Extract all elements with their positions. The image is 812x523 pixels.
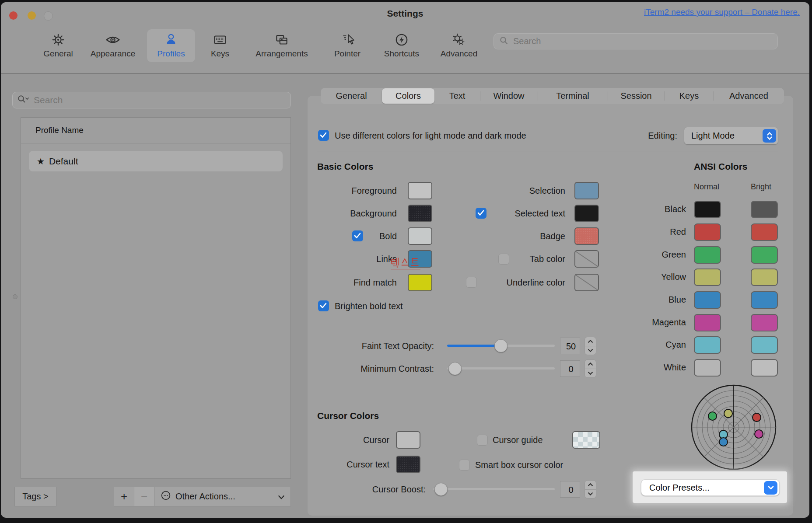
toolbar-item-advanced[interactable]: Advanced bbox=[433, 29, 485, 62]
min-contrast-input[interactable] bbox=[560, 361, 581, 377]
tab-text[interactable]: Text bbox=[434, 88, 480, 104]
faint-opacity-thumb[interactable] bbox=[494, 339, 508, 352]
profile-name: Default bbox=[49, 156, 78, 167]
bold-label: Bold bbox=[307, 231, 397, 242]
faint-opacity-value[interactable] bbox=[560, 338, 580, 354]
ansi-black-normal-swatch[interactable] bbox=[694, 201, 721, 218]
ansi-green-normal-swatch[interactable] bbox=[694, 246, 721, 264]
editing-mode-dropdown[interactable]: Light Mode bbox=[684, 127, 778, 144]
search-filter-icon bbox=[17, 94, 30, 106]
toolbar-item-general[interactable]: General bbox=[38, 29, 79, 62]
min-contrast-slider[interactable] bbox=[447, 367, 555, 370]
min-contrast-value[interactable] bbox=[560, 360, 580, 377]
find-match-swatch[interactable] bbox=[408, 274, 432, 291]
cursor-boost-stepper[interactable] bbox=[584, 480, 596, 499]
stepper-up-icon[interactable] bbox=[585, 337, 596, 346]
min-contrast-thumb[interactable] bbox=[448, 362, 462, 375]
ansi-cyan-bright-swatch[interactable] bbox=[751, 336, 778, 354]
badge-swatch[interactable] bbox=[574, 227, 599, 245]
cursor-guide-checkbox[interactable] bbox=[477, 435, 488, 446]
tab-keys[interactable]: Keys bbox=[665, 88, 714, 104]
ansi-white-normal-swatch[interactable] bbox=[694, 359, 721, 377]
selected-text-swatch[interactable] bbox=[574, 205, 599, 222]
stepper-up-icon[interactable] bbox=[585, 360, 596, 369]
selection-swatch[interactable] bbox=[574, 182, 599, 199]
ansi-red-normal-swatch[interactable] bbox=[694, 223, 721, 241]
ansi-blue-bright-swatch[interactable] bbox=[751, 291, 778, 309]
color-presets-dropdown[interactable]: Color Presets... bbox=[641, 479, 780, 496]
cursor-boost-thumb[interactable] bbox=[434, 483, 448, 496]
background-swatch[interactable] bbox=[408, 205, 432, 222]
ansi-cyan-normal-swatch[interactable] bbox=[694, 336, 721, 354]
tab-terminal[interactable]: Terminal bbox=[538, 88, 608, 104]
brighten-bold-checkbox[interactable] bbox=[318, 300, 329, 311]
toolbar-item-keys[interactable]: Keys bbox=[201, 29, 239, 62]
smart-box-checkbox[interactable] bbox=[459, 460, 470, 471]
toolbar-search-input[interactable] bbox=[512, 36, 772, 47]
cursor-text-swatch[interactable] bbox=[396, 456, 420, 473]
toolbar-item-appearance[interactable]: Appearance bbox=[85, 29, 141, 62]
foreground-swatch[interactable] bbox=[408, 182, 432, 199]
find-match-label: Find match bbox=[307, 277, 397, 288]
min-contrast-label: Minimum Contrast: bbox=[307, 363, 434, 374]
profile-search[interactable] bbox=[12, 92, 291, 108]
donate-link[interactable]: iTerm2 needs your support – Donate here. bbox=[644, 7, 800, 17]
editing-label: Editing: bbox=[634, 130, 677, 141]
profile-tabbar: General Colors Text Window Terminal Sess… bbox=[321, 88, 784, 104]
tab-session[interactable]: Session bbox=[608, 88, 665, 104]
tab-window[interactable]: Window bbox=[480, 88, 538, 104]
tab-advanced[interactable]: Advanced bbox=[714, 88, 784, 104]
toolbar-label: Appearance bbox=[91, 49, 135, 59]
profile-row-default[interactable]: ★ Default bbox=[29, 151, 283, 171]
tab-color-swatch[interactable] bbox=[574, 250, 599, 268]
toolbar-item-pointer[interactable]: Pointer bbox=[325, 29, 370, 62]
tags-button[interactable]: Tags > bbox=[14, 487, 56, 506]
cursor-boost-value[interactable] bbox=[560, 481, 580, 498]
cursor-label: Cursor bbox=[307, 435, 389, 446]
toolbar-item-arrangements[interactable]: Arrangements bbox=[245, 29, 318, 62]
stepper-up-icon[interactable] bbox=[585, 481, 596, 490]
minus-icon: − bbox=[141, 490, 147, 503]
faint-opacity-input[interactable] bbox=[560, 338, 581, 355]
blue-wheel-dot bbox=[719, 437, 728, 446]
toolbar-search[interactable] bbox=[494, 33, 778, 49]
faint-opacity-label: Faint Text Opacity: bbox=[307, 341, 434, 352]
cursor-swatch[interactable] bbox=[396, 431, 420, 449]
faint-opacity-stepper[interactable] bbox=[584, 337, 596, 355]
underline-color-swatch[interactable] bbox=[574, 274, 599, 291]
ansi-blue-normal-swatch[interactable] bbox=[694, 291, 721, 309]
other-actions-dropdown[interactable]: Other Actions... bbox=[154, 487, 291, 506]
ansi-magenta-normal-swatch[interactable] bbox=[694, 314, 721, 331]
cursor-boost-input[interactable] bbox=[560, 481, 581, 498]
links-label: Links bbox=[307, 254, 397, 265]
smart-box-label: Smart box cursor color bbox=[475, 460, 563, 471]
plus-icon: + bbox=[121, 490, 127, 503]
cursor-guide-swatch[interactable] bbox=[572, 431, 600, 449]
ansi-black-bright-swatch[interactable] bbox=[751, 201, 778, 218]
windows-icon bbox=[273, 31, 290, 49]
profile-search-input[interactable] bbox=[33, 94, 286, 106]
use-different-colors-checkbox[interactable] bbox=[318, 130, 329, 141]
yellow-wheel-dot bbox=[724, 409, 733, 418]
cursor-boost-slider[interactable] bbox=[433, 488, 555, 490]
ansi-red-bright-swatch[interactable] bbox=[751, 223, 778, 241]
remove-profile-button[interactable]: − bbox=[134, 487, 154, 506]
toolbar-item-profiles[interactable]: Profiles bbox=[147, 29, 195, 62]
eye-icon bbox=[105, 31, 121, 49]
ansi-white-bright-swatch[interactable] bbox=[751, 359, 778, 377]
bold-swatch[interactable] bbox=[408, 227, 432, 245]
ansi-yellow-normal-swatch[interactable] bbox=[694, 268, 721, 286]
stepper-down-icon[interactable] bbox=[585, 490, 596, 499]
cursor-guide-label: Cursor guide bbox=[493, 435, 543, 446]
chevron-down-icon bbox=[764, 481, 777, 495]
stepper-down-icon[interactable] bbox=[585, 346, 596, 355]
ansi-yellow-bright-swatch[interactable] bbox=[751, 268, 778, 286]
tab-colors[interactable]: Colors bbox=[382, 88, 434, 104]
stepper-down-icon[interactable] bbox=[585, 369, 596, 378]
ansi-green-bright-swatch[interactable] bbox=[751, 246, 778, 264]
toolbar-item-shortcuts[interactable]: Shortcuts bbox=[376, 29, 427, 62]
add-profile-button[interactable]: + bbox=[114, 487, 134, 506]
tab-general[interactable]: General bbox=[321, 88, 382, 104]
ansi-magenta-bright-swatch[interactable] bbox=[751, 314, 778, 331]
min-contrast-stepper[interactable] bbox=[584, 359, 596, 378]
